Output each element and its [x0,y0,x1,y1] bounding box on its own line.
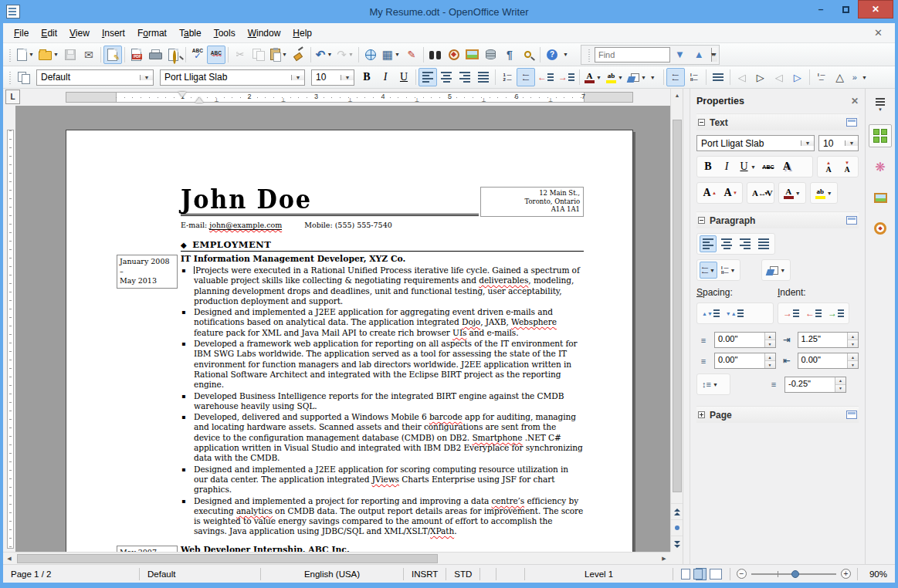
numbering-button[interactable]: 1 — 2 — [498,68,517,86]
stepper[interactable]: ▲▼ [764,353,775,368]
zoom-in-button[interactable]: + [841,569,851,579]
new-document-button[interactable]: ▼ [15,46,36,64]
zoom-slider-thumb[interactable] [791,570,799,578]
paragraph-dialog-launcher-icon[interactable] [846,216,857,225]
draw-functions-button[interactable]: ✎ [402,46,421,64]
status-page-number[interactable]: Page 1 / 2 [3,569,139,579]
redo-button[interactable]: ↷▼ [334,46,356,64]
formatting-marks-button[interactable]: ¶ [500,46,519,64]
scroll-right-button[interactable]: ▶ [658,553,670,565]
find-next-button[interactable]: ▼ [670,49,690,60]
menu-tools[interactable]: Tools [208,25,242,41]
demote-level-button[interactable]: ▷ [751,68,770,86]
vertical-ruler[interactable] [5,106,15,552]
undo-button[interactable]: ↶▼ [313,46,335,64]
job-date-frame[interactable]: May 2007 –August 2007 [117,546,178,552]
close-button[interactable]: ✕ [858,0,893,19]
sidebar-increase-indent-button[interactable]: → [781,305,801,322]
toolbar-grip[interactable] [588,48,591,62]
font-size-combo[interactable]: 10 ▼ [311,69,354,86]
export-pdf-button[interactable]: PDF [127,46,146,64]
sidebar-decrease-indent-button[interactable]: ← [803,305,824,322]
status-insert-mode[interactable]: INSRT [404,569,446,579]
horizontal-ruler[interactable]: 1234567⊥⊥⊥⊥⊥⊥ [15,90,670,104]
before-text-indent-field[interactable]: 1.25" ▲▼ [798,332,859,348]
status-zoom-percent[interactable]: 90% [858,569,895,579]
justify-button[interactable] [474,68,493,86]
scroll-left-button[interactable]: ◀ [3,553,15,565]
chevron-down-icon[interactable]: ▼ [801,140,814,146]
first-line-indent-marker[interactable] [178,92,186,97]
shadow-button[interactable]: A [778,158,795,175]
sidebar-highlighting-button[interactable]: ab▼ [813,184,835,201]
tab-gallery[interactable] [869,186,892,209]
chevron-down-icon[interactable]: ▼ [291,75,304,80]
numbering-off-button[interactable] [709,68,727,86]
menu-edit[interactable]: Edit [35,25,63,41]
sidebar-justify-button[interactable] [755,235,772,252]
horizontal-scroll-thumb[interactable] [17,554,438,563]
tab-styles-and-formatting[interactable]: ❋ [869,155,892,178]
vertical-scrollbar[interactable]: ▲ [670,89,683,552]
toolbar-grip[interactable] [8,48,12,62]
status-language[interactable]: English (USA) [261,569,403,579]
chevron-down-icon[interactable]: ▼ [341,75,354,80]
strikethrough-button[interactable]: ABC [760,158,777,175]
chevron-down-icon[interactable]: ▼ [845,140,858,146]
sidebar-align-left-button[interactable] [700,235,717,252]
zoom-button[interactable] [519,46,537,64]
status-page-style[interactable]: Default [140,569,260,579]
menu-table[interactable]: Table [173,25,208,41]
collapse-icon[interactable] [698,119,705,126]
find-toolbar-overflow[interactable]: ▼ [710,52,716,57]
promote-with-subpoints-button[interactable]: ◁ [770,68,788,86]
toolbar-overflow-button[interactable]: ▼ [563,52,568,57]
find-replace-button[interactable] [426,46,445,64]
scroll-up-button[interactable]: ▲ [671,89,683,101]
tab-properties[interactable] [869,124,892,147]
collapse-icon[interactable] [698,217,705,224]
increase-line-spacing-button[interactable]: ▲A [820,158,837,175]
close-document-button[interactable]: ✕ [866,27,890,39]
increase-indent-button[interactable]: → [556,68,577,86]
edit-file-button[interactable]: ✎ [103,46,122,64]
toolbar-more-button[interactable]: » [852,73,857,82]
move-up-button[interactable]: △ [831,68,849,86]
email-button[interactable]: ✉ [80,46,98,64]
stepper[interactable]: ▲▼ [847,353,858,368]
sidebar-underline-button[interactable]: U▼ [737,158,758,175]
paragraph-style-combo[interactable]: Default ▼ [36,69,154,86]
font-name-combo[interactable]: Port Lligat Slab ▼ [160,69,305,86]
character-spacing-button[interactable]: A↔V▼ [750,184,771,201]
increase-paragraph-spacing-button[interactable]: ▲▼ [700,305,722,322]
toolbar-overflow-button[interactable]: ▼ [650,75,656,80]
save-button[interactable] [61,46,80,64]
menu-window[interactable]: Window [242,25,287,41]
email-link[interactable]: john@example.com [209,221,282,230]
sidebar-splitter[interactable] [683,89,690,564]
zoom-out-button[interactable]: − [737,569,747,579]
bn-numbering-button[interactable]: I — II— [685,68,703,86]
menu-format[interactable]: Format [131,25,173,41]
print-button[interactable] [146,46,164,64]
italic-button[interactable]: I [376,68,395,86]
bullets-button[interactable]: •—•— [517,68,535,86]
maximize-button[interactable] [833,0,858,19]
sidebar-italic-button[interactable]: I [718,158,735,175]
align-center-button[interactable] [437,68,456,86]
align-left-button[interactable] [419,68,437,86]
sidebar-numbering-button[interactable]: I — II—▼ [719,262,737,279]
styles-button[interactable] [15,68,33,86]
paragraph-section-header[interactable]: Paragraph [696,211,859,228]
table-button[interactable]: ▦▼ [380,46,402,64]
decrease-paragraph-spacing-button[interactable]: ▼▲ [723,305,746,322]
multi-page-view-button[interactable] [693,569,703,580]
insert-unnumbered-entry-button[interactable]: I — — [812,68,831,86]
document-page[interactable]: John Doe 12 Main St.,Toronto, OntarioA1A… [66,130,633,552]
auto-spellcheck-button[interactable]: ABC~~~ [207,46,225,64]
status-selection-mode[interactable]: STD [446,569,479,579]
decrease-indent-button[interactable]: ← [535,68,556,86]
menu-help[interactable]: Help [286,25,318,41]
tab-navigator[interactable] [869,217,892,240]
stepper[interactable]: ▲▼ [847,333,858,347]
